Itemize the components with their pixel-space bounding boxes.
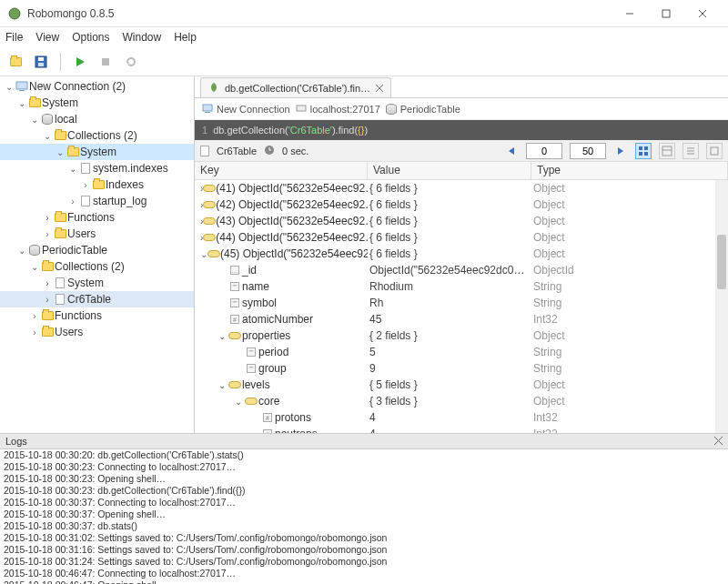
tree-item[interactable]: ⌄Collections (2) bbox=[0, 127, 194, 144]
save-icon[interactable] bbox=[31, 52, 51, 72]
view-table-button[interactable] bbox=[659, 143, 675, 159]
grid-row[interactable]: #atomicNumber45Int32 bbox=[195, 311, 728, 327]
doc-icon bbox=[78, 163, 93, 174]
db-icon bbox=[40, 114, 55, 125]
field-type: String bbox=[531, 280, 728, 293]
grid-row[interactable]: ⌄core{ 3 fields }Object bbox=[195, 393, 728, 409]
expand-toggle-icon[interactable]: ⌄ bbox=[16, 98, 27, 108]
refresh-icon[interactable] bbox=[121, 52, 141, 72]
expand-toggle-icon[interactable]: ⌄ bbox=[42, 131, 53, 141]
expand-toggle-icon[interactable]: › bbox=[42, 278, 53, 288]
grid-row[interactable]: …_idObjectId("56232e54eec92dc095b8172…Ob… bbox=[195, 262, 728, 278]
tree-item[interactable]: ›Indexes bbox=[0, 176, 194, 193]
log-line: 2015-10-18 00:31:16: Settings saved to: … bbox=[4, 544, 724, 556]
menu-view[interactable]: View bbox=[35, 31, 59, 44]
tree-item[interactable]: ⌄PeriodicTable bbox=[0, 242, 194, 258]
grid-row[interactable]: #protons4Int32 bbox=[195, 409, 728, 426]
menu-help[interactable]: Help bbox=[174, 31, 197, 44]
expand-toggle-icon[interactable]: ⌄ bbox=[16, 246, 27, 256]
logs-panel[interactable]: 2015-10-18 00:30:20: db.getCollection('C… bbox=[0, 449, 728, 584]
skip-input[interactable] bbox=[526, 143, 562, 159]
col-type[interactable]: Type bbox=[531, 162, 728, 179]
result-grid[interactable]: Key Value Type ›(41) ObjectId("56232e54e… bbox=[195, 162, 728, 433]
grid-row[interactable]: ""period5String bbox=[195, 344, 728, 360]
expand-toggle-icon[interactable]: › bbox=[42, 213, 53, 223]
grid-row[interactable]: ⌄levels{ 5 fields }Object bbox=[195, 377, 728, 393]
menu-window[interactable]: Window bbox=[123, 31, 162, 44]
tree-item[interactable]: ›Functions bbox=[0, 209, 194, 226]
expand-toggle-icon[interactable]: › bbox=[42, 295, 53, 305]
tree-item[interactable]: ›Users bbox=[0, 226, 194, 242]
grid-row[interactable]: ⌄(45) ObjectId("56232e54eec92…{ 6 fields… bbox=[195, 246, 728, 262]
query-editor[interactable]: 1 db.getCollection('Cr6Table').find({}) bbox=[195, 120, 728, 140]
expand-toggle-icon[interactable]: ⌄ bbox=[200, 249, 207, 259]
expand-toggle-icon[interactable]: › bbox=[29, 311, 40, 321]
tree-item[interactable]: ⌄system.indexes bbox=[0, 160, 194, 176]
crumb-connection[interactable]: New Connection bbox=[202, 103, 290, 116]
crumb-host[interactable]: localhost:27017 bbox=[296, 103, 380, 116]
expand-toggle-icon[interactable]: ⌄ bbox=[217, 380, 228, 390]
col-value[interactable]: Value bbox=[368, 162, 531, 179]
vertical-scrollbar[interactable] bbox=[715, 180, 728, 433]
tree-item[interactable]: ›System bbox=[0, 275, 194, 291]
tree-item[interactable]: ›Functions bbox=[0, 307, 194, 324]
grid-row[interactable]: ›(42) ObjectId("56232e54eec92…{ 6 fields… bbox=[195, 196, 728, 213]
pc-icon bbox=[202, 103, 213, 116]
tree-item[interactable]: ⌄New Connection (2) bbox=[0, 78, 194, 95]
expand-toggle-icon[interactable]: ⌄ bbox=[29, 115, 40, 125]
stop-icon[interactable] bbox=[96, 52, 116, 72]
expand-toggle-icon[interactable]: › bbox=[42, 229, 53, 239]
expand-toggle-icon[interactable]: › bbox=[67, 196, 78, 206]
limit-input[interactable] bbox=[570, 143, 606, 159]
grid-row[interactable]: ›(44) ObjectId("56232e54eec92…{ 6 fields… bbox=[195, 229, 728, 246]
expand-toggle-icon[interactable]: ⌄ bbox=[55, 147, 66, 157]
menu-file[interactable]: File bbox=[5, 31, 23, 44]
tab-active[interactable]: db.getCollection('Cr6Table').fin… bbox=[200, 77, 391, 97]
grid-row[interactable]: ""symbolRhString bbox=[195, 295, 728, 311]
connection-tree[interactable]: ⌄New Connection (2)⌄System⌄local⌄Collect… bbox=[0, 76, 195, 433]
grid-row[interactable]: ⌄properties{ 2 fields }Object bbox=[195, 327, 728, 344]
tree-item[interactable]: ›Cr6Table bbox=[0, 291, 194, 307]
maximize-button[interactable] bbox=[648, 1, 684, 26]
scrollbar-thumb[interactable] bbox=[717, 235, 726, 289]
view-text-button[interactable] bbox=[682, 143, 699, 159]
prev-page-button[interactable] bbox=[504, 144, 519, 158]
menu-options[interactable]: Options bbox=[72, 31, 109, 44]
close-icon[interactable] bbox=[714, 436, 723, 447]
run-icon[interactable] bbox=[70, 52, 90, 72]
expand-toggle-icon[interactable]: › bbox=[29, 327, 40, 337]
tree-item[interactable]: ›startup_log bbox=[0, 193, 194, 209]
tree-item[interactable]: ›Users bbox=[0, 324, 194, 340]
tree-item[interactable]: ⌄System bbox=[0, 95, 194, 111]
expand-toggle-icon[interactable]: ⌄ bbox=[233, 397, 244, 407]
close-icon[interactable] bbox=[376, 83, 383, 94]
log-line: 2015-10-18 00:30:37: db.stats() bbox=[4, 520, 724, 532]
tree-item[interactable]: ⌄Collections (2) bbox=[0, 258, 194, 275]
grid-row[interactable]: ›(43) ObjectId("56232e54eec92…{ 6 fields… bbox=[195, 213, 728, 229]
expand-toggle-icon[interactable]: ⌄ bbox=[217, 331, 228, 341]
view-tree-button[interactable] bbox=[635, 143, 652, 159]
log-line: 2015-10-18 00:30:23: db.getCollection('C… bbox=[4, 485, 724, 497]
next-page-button[interactable] bbox=[613, 144, 628, 158]
tree-item-label: Indexes bbox=[106, 178, 144, 191]
minimize-button[interactable] bbox=[612, 1, 648, 26]
expand-toggle-icon[interactable]: ⌄ bbox=[67, 164, 78, 174]
grid-row[interactable]: ""nameRhodiumString bbox=[195, 278, 728, 295]
grid-row[interactable]: ""group9String bbox=[195, 360, 728, 377]
expand-toggle-icon[interactable]: ⌄ bbox=[29, 262, 40, 272]
expand-toggle-icon[interactable]: › bbox=[80, 180, 91, 190]
tree-item[interactable]: ⌄local bbox=[0, 111, 194, 127]
time-label: 0 sec. bbox=[282, 146, 308, 156]
expand-toggle-icon[interactable]: ⌄ bbox=[4, 82, 15, 92]
col-key[interactable]: Key bbox=[195, 162, 368, 179]
leaf-icon bbox=[208, 82, 219, 95]
open-folder-icon[interactable] bbox=[5, 52, 25, 72]
view-expand-button[interactable] bbox=[706, 143, 723, 159]
tree-item[interactable]: ⌄System bbox=[0, 144, 194, 160]
close-button[interactable] bbox=[684, 1, 721, 26]
crumb-database[interactable]: PeriodicTable bbox=[386, 104, 460, 115]
grid-row[interactable]: ›(41) ObjectId("56232e54eec92…{ 6 fields… bbox=[195, 180, 728, 196]
tab-label: db.getCollection('Cr6Table').fin… bbox=[225, 83, 370, 94]
grid-row[interactable]: #neutrons4Int32 bbox=[195, 426, 728, 433]
doc-icon bbox=[53, 277, 67, 288]
